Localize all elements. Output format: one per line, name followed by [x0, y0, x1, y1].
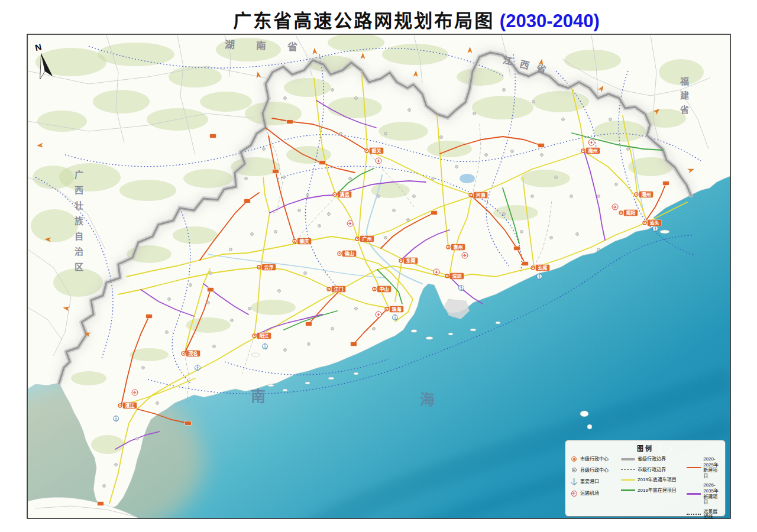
- legend-item-future: 远景展望线: [687, 509, 722, 520]
- county-center-marker: [615, 183, 618, 186]
- legend-grid: 市级行政中心 县级行政中心 ⚓ 重要港口 ✈ 运输机场 省级行政边界 市: [565, 453, 725, 520]
- legend-column-symbols: 市级行政中心 县级行政中心 ⚓ 重要港口 ✈ 运输机场: [570, 456, 618, 520]
- county-center-marker: [520, 231, 523, 233]
- legend-column-new-projects: 2020-2025年 新建项目 2026-2035年 新建项目 远景展望线: [687, 456, 722, 520]
- city-label: 揭阳: [626, 210, 636, 216]
- city-label: 惠州: [454, 244, 463, 250]
- svg-text:✈: ✈: [133, 390, 137, 395]
- city-label: 佛山: [344, 251, 354, 257]
- city-label: 阳江: [260, 333, 269, 339]
- new-2020-2025-sample: [687, 467, 701, 469]
- airport-icon: ✈: [347, 220, 353, 226]
- city-label: 湛江: [125, 403, 135, 408]
- legend-item-airport: ✈ 运输机场: [570, 491, 618, 497]
- legend-item-construction-2019: 2019年底在建项目: [621, 488, 684, 494]
- legend-title: 图例: [565, 440, 725, 453]
- terrain-hill: [520, 170, 570, 187]
- terrain-hill: [91, 435, 124, 454]
- city-label: 中山: [380, 286, 389, 292]
- legend-label-new-2020-2025-line1: 2020-2025年: [703, 456, 722, 468]
- city-label: 江门: [334, 286, 344, 292]
- island: [426, 337, 433, 340]
- airport-icon: ✈: [571, 491, 577, 497]
- port-icon: ⚓: [262, 343, 268, 349]
- legend: 图例 市级行政中心 县级行政中心 ⚓ 重要港口 ✈ 运输机场 省级行: [565, 440, 726, 517]
- legend-label-port: 重要港口: [580, 479, 599, 485]
- reservoir: [460, 174, 475, 183]
- route-marker: [146, 314, 153, 319]
- county-center-marker: [245, 177, 248, 180]
- legend-item-new-2026-2035: 2026-2035年 新建项目: [687, 482, 722, 505]
- route-marker: [244, 199, 251, 203]
- terrain-hill: [200, 92, 252, 112]
- county-center-marker: [570, 195, 573, 198]
- legend-label-construction-2019: 2019年底在建项目: [638, 488, 677, 494]
- legend-label-new-2026-2035-line1: 2026-2035年: [703, 482, 722, 494]
- legend-label-future: 远景展望线: [703, 509, 722, 520]
- island: [580, 411, 588, 417]
- terrain-hill: [173, 226, 218, 244]
- legend-item-new-2020-2025: 2020-2025年 新建项目: [687, 456, 722, 479]
- terrain-hill: [169, 66, 222, 87]
- airport-icon: ✈: [462, 252, 468, 258]
- county-center-marker: [263, 148, 266, 151]
- legend-label-county-center: 县级行政中心: [580, 468, 609, 473]
- island: [587, 424, 592, 429]
- legend-item-city-center: 市级行政中心: [570, 456, 618, 462]
- route-marker: [98, 502, 104, 506]
- county-center-marker: [377, 195, 380, 198]
- island: [448, 333, 453, 335]
- county-center-marker: [627, 148, 630, 151]
- island: [305, 382, 310, 384]
- route-marker: [351, 342, 357, 346]
- airport-icon: ✈: [612, 204, 618, 210]
- svg-text:⚓: ⚓: [536, 274, 542, 280]
- county-center-marker: [562, 118, 565, 121]
- county-center-marker: [308, 343, 310, 346]
- terrain-hill: [98, 43, 174, 66]
- legend-label-city-center: 市级行政中心: [580, 456, 609, 462]
- port-icon: ⚓: [458, 285, 464, 291]
- route-marker: [431, 211, 438, 215]
- svg-text:✈: ✈: [377, 312, 381, 317]
- county-center-marker: [384, 236, 387, 239]
- county-center-marker: [103, 485, 106, 488]
- island: [470, 329, 476, 331]
- region-label-guangxi: 广西壮族自治区: [72, 170, 85, 278]
- city-boundary-sample: [621, 469, 635, 470]
- county-center-marker: [511, 150, 514, 153]
- route-marker: [514, 246, 520, 251]
- legend-label-province-boundary: 省级行政边界: [638, 456, 666, 462]
- route-marker: [210, 134, 216, 138]
- city-label: 珠海: [392, 306, 402, 312]
- terrain-hill: [382, 44, 448, 65]
- port-icon: ⚓: [195, 365, 200, 371]
- county-center-marker: [355, 97, 358, 100]
- svg-text:✈: ✈: [613, 205, 617, 210]
- legend-item-county-center: 县级行政中心: [570, 468, 618, 473]
- county-center-marker: [541, 154, 544, 157]
- county-center-marker: [503, 89, 506, 92]
- svg-text:⚓: ⚓: [392, 314, 398, 320]
- county-center-marker: [597, 195, 600, 198]
- city-label: 茂名: [189, 351, 198, 356]
- city-label: 深圳: [452, 273, 462, 279]
- terrain-hill: [328, 33, 384, 52]
- city-label: 云浮: [264, 264, 274, 270]
- construction-2019-sample: [621, 489, 635, 491]
- sea-label-nan: 南: [251, 384, 266, 406]
- city-center-icon: [571, 456, 577, 462]
- terrain-hill: [378, 122, 428, 141]
- county-center-marker: [115, 463, 118, 466]
- county-center-marker: [384, 132, 387, 135]
- legend-label-airport: 运输机场: [580, 491, 599, 497]
- county-center-marker: [440, 136, 443, 139]
- port-icon: ⚓: [392, 314, 398, 320]
- county-center-marker: [306, 194, 309, 197]
- terrain-hill: [186, 317, 231, 333]
- county-center-marker: [407, 219, 410, 222]
- county-center-marker: [284, 97, 287, 100]
- county-center-marker: [298, 209, 301, 212]
- legend-column-lines: 省级行政边界 市级行政边界 2019年底通车项目 2019年底在建项目: [621, 456, 684, 520]
- county-center-marker: [485, 154, 488, 157]
